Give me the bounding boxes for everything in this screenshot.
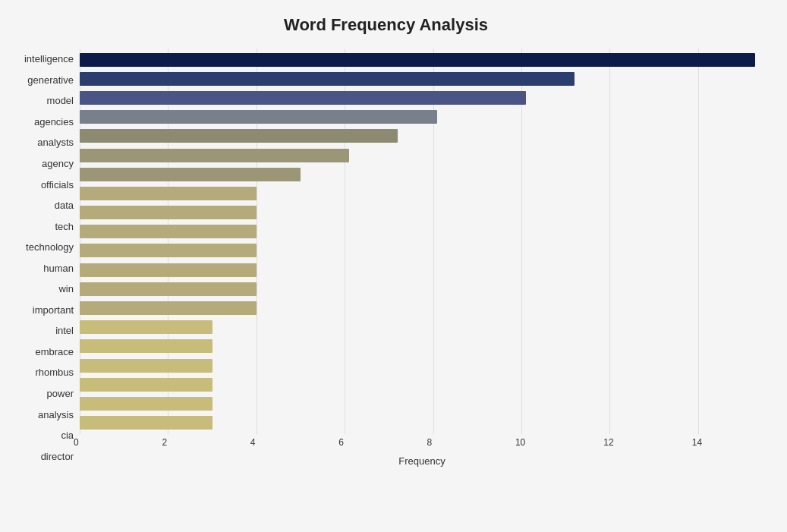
bar-row	[80, 52, 764, 68]
bar	[80, 301, 257, 315]
y-label: cia	[61, 430, 74, 440]
bar	[80, 359, 212, 373]
bar	[80, 282, 257, 296]
y-label: agencies	[34, 117, 74, 127]
bar	[80, 225, 257, 238]
x-tick-label: 2	[162, 437, 167, 448]
bar-row	[80, 395, 764, 412]
bars-container	[80, 49, 764, 434]
x-tick-labels: 02468101214	[80, 437, 764, 452]
bar	[80, 149, 349, 162]
bar-row	[80, 204, 764, 221]
y-label: analysts	[37, 137, 74, 147]
grid-and-bars	[80, 49, 764, 434]
x-tick-label: 0	[74, 437, 79, 448]
x-tick-label: 6	[338, 437, 344, 448]
bar	[80, 110, 437, 124]
bar-row	[80, 357, 764, 374]
x-axis: 02468101214 Frequency	[80, 437, 764, 467]
bar-row	[80, 223, 764, 240]
y-label: analysis	[38, 410, 74, 420]
bar-row	[80, 242, 764, 259]
y-label: human	[43, 263, 74, 273]
y-label: intelligence	[24, 54, 74, 64]
y-axis-labels: intelligencegenerativemodelagenciesanaly…	[8, 49, 80, 467]
bar	[80, 72, 575, 86]
x-tick-label: 8	[427, 437, 433, 448]
bar	[80, 416, 212, 430]
y-label: generative	[27, 75, 74, 85]
chart-area: intelligencegenerativemodelagenciesanaly…	[8, 49, 764, 467]
bar-row	[80, 90, 764, 106]
bar-row	[80, 281, 764, 297]
bar	[80, 91, 526, 105]
y-label: director	[41, 452, 74, 461]
bar	[80, 244, 257, 257]
y-label: important	[33, 305, 74, 315]
y-label: power	[47, 389, 74, 398]
bar	[80, 168, 301, 181]
x-tick-label: 4	[250, 437, 256, 448]
bar	[80, 129, 398, 143]
bar	[80, 378, 212, 392]
y-label: tech	[55, 222, 74, 231]
bar-row	[80, 166, 764, 183]
x-tick-label: 12	[603, 437, 613, 448]
bar	[80, 397, 212, 411]
bar-row	[80, 338, 764, 354]
x-tick-label: 10	[515, 437, 525, 448]
bar-row	[80, 414, 764, 431]
bar	[80, 53, 755, 67]
y-label: embrace	[35, 347, 74, 357]
chart-container: Word Frequency Analysis intelligencegene…	[0, 0, 787, 532]
y-label: model	[47, 96, 74, 105]
chart-title: Word Frequency Analysis	[8, 15, 764, 35]
y-label: win	[58, 284, 74, 294]
bar-row	[80, 185, 764, 202]
y-label: officials	[41, 180, 74, 190]
bar-row	[80, 71, 764, 87]
bar	[80, 187, 257, 200]
y-label: agency	[42, 159, 74, 168]
y-label: technology	[26, 242, 74, 252]
y-label: intel	[55, 326, 74, 335]
x-axis-label: Frequency	[80, 455, 764, 467]
bar-row	[80, 109, 764, 125]
bar	[80, 206, 257, 219]
bar	[80, 263, 257, 277]
bar	[80, 320, 212, 334]
bar	[80, 339, 212, 353]
bar-row	[80, 300, 764, 316]
y-label: data	[55, 200, 74, 210]
plot-area: 02468101214 Frequency	[80, 49, 764, 467]
bar-row	[80, 262, 764, 279]
bar-row	[80, 376, 764, 393]
bar-row	[80, 147, 764, 164]
bar-row	[80, 127, 764, 144]
x-tick-label: 14	[692, 437, 702, 448]
bar-row	[80, 319, 764, 335]
y-label: rhombus	[35, 367, 74, 377]
